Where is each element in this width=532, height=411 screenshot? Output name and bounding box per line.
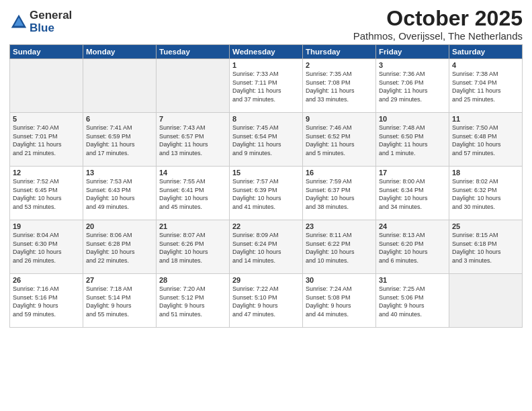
weekday-header-wednesday: Wednesday bbox=[230, 45, 303, 59]
weekday-header-tuesday: Tuesday bbox=[157, 45, 230, 59]
day-info: Sunrise: 7:40 AM Sunset: 7:01 PM Dayligh… bbox=[13, 124, 80, 157]
calendar-cell: 27Sunrise: 7:18 AM Sunset: 5:14 PM Dayli… bbox=[83, 274, 157, 328]
logo-text: General Blue bbox=[30, 9, 72, 34]
day-number: 11 bbox=[452, 115, 519, 123]
page-container: General Blue October 2025 Pathmos, Overi… bbox=[0, 0, 532, 332]
day-info: Sunrise: 8:07 AM Sunset: 6:26 PM Dayligh… bbox=[159, 231, 226, 265]
week-row-3: 12Sunrise: 7:52 AM Sunset: 6:45 PM Dayli… bbox=[10, 167, 523, 220]
day-number: 16 bbox=[306, 169, 373, 177]
day-number: 18 bbox=[452, 169, 519, 177]
day-number: 10 bbox=[379, 115, 446, 123]
location: Pathmos, Overijssel, The Netherlands bbox=[353, 30, 523, 42]
calendar-cell: 31Sunrise: 7:25 AM Sunset: 5:06 PM Dayli… bbox=[376, 274, 449, 328]
day-info: Sunrise: 7:18 AM Sunset: 5:14 PM Dayligh… bbox=[86, 285, 153, 318]
calendar-cell: 1Sunrise: 7:33 AM Sunset: 7:11 PM Daylig… bbox=[230, 59, 303, 113]
calendar-cell: 29Sunrise: 7:22 AM Sunset: 5:10 PM Dayli… bbox=[230, 274, 303, 328]
day-number: 26 bbox=[13, 276, 80, 284]
day-number: 7 bbox=[159, 115, 226, 123]
day-number: 31 bbox=[379, 276, 446, 284]
calendar-cell: 21Sunrise: 8:07 AM Sunset: 6:26 PM Dayli… bbox=[157, 220, 230, 274]
calendar-cell: 16Sunrise: 7:59 AM Sunset: 6:37 PM Dayli… bbox=[303, 167, 376, 220]
calendar-cell: 8Sunrise: 7:45 AM Sunset: 6:54 PM Daylig… bbox=[230, 113, 303, 167]
day-info: Sunrise: 7:36 AM Sunset: 7:06 PM Dayligh… bbox=[379, 70, 446, 103]
calendar-cell: 9Sunrise: 7:46 AM Sunset: 6:52 PM Daylig… bbox=[303, 113, 376, 167]
calendar-cell: 23Sunrise: 8:11 AM Sunset: 6:22 PM Dayli… bbox=[303, 220, 376, 274]
calendar-cell: 6Sunrise: 7:41 AM Sunset: 6:59 PM Daylig… bbox=[83, 113, 157, 167]
day-number: 22 bbox=[232, 222, 300, 230]
day-number: 2 bbox=[306, 61, 373, 69]
day-info: Sunrise: 7:59 AM Sunset: 6:37 PM Dayligh… bbox=[306, 177, 373, 211]
day-info: Sunrise: 8:09 AM Sunset: 6:24 PM Dayligh… bbox=[232, 231, 300, 265]
day-number: 14 bbox=[159, 169, 226, 177]
logo: General Blue bbox=[9, 9, 72, 34]
day-number: 27 bbox=[86, 276, 153, 284]
day-info: Sunrise: 7:57 AM Sunset: 6:39 PM Dayligh… bbox=[232, 177, 300, 211]
day-info: Sunrise: 8:02 AM Sunset: 6:32 PM Dayligh… bbox=[452, 177, 519, 211]
day-number: 25 bbox=[452, 222, 519, 230]
day-info: Sunrise: 7:53 AM Sunset: 6:43 PM Dayligh… bbox=[86, 177, 153, 211]
weekday-header-sunday: Sunday bbox=[10, 45, 83, 59]
day-number: 23 bbox=[306, 222, 373, 230]
calendar-cell: 24Sunrise: 8:13 AM Sunset: 6:20 PM Dayli… bbox=[376, 220, 449, 274]
day-info: Sunrise: 7:20 AM Sunset: 5:12 PM Dayligh… bbox=[159, 285, 226, 318]
day-number: 6 bbox=[86, 115, 153, 123]
day-number: 30 bbox=[306, 276, 373, 284]
day-info: Sunrise: 7:22 AM Sunset: 5:10 PM Dayligh… bbox=[232, 285, 300, 318]
calendar-cell: 11Sunrise: 7:50 AM Sunset: 6:48 PM Dayli… bbox=[449, 113, 523, 167]
weekday-header-row: SundayMondayTuesdayWednesdayThursdayFrid… bbox=[10, 45, 523, 59]
weekday-header-saturday: Saturday bbox=[449, 45, 523, 59]
calendar-cell: 7Sunrise: 7:43 AM Sunset: 6:57 PM Daylig… bbox=[157, 113, 230, 167]
day-info: Sunrise: 7:16 AM Sunset: 5:16 PM Dayligh… bbox=[13, 285, 80, 318]
calendar-cell: 4Sunrise: 7:38 AM Sunset: 7:04 PM Daylig… bbox=[449, 59, 523, 113]
day-info: Sunrise: 7:45 AM Sunset: 6:54 PM Dayligh… bbox=[232, 124, 300, 157]
weekday-header-thursday: Thursday bbox=[303, 45, 376, 59]
day-info: Sunrise: 8:00 AM Sunset: 6:34 PM Dayligh… bbox=[379, 177, 446, 211]
day-info: Sunrise: 7:43 AM Sunset: 6:57 PM Dayligh… bbox=[159, 124, 226, 157]
day-number: 1 bbox=[232, 61, 300, 69]
day-info: Sunrise: 7:33 AM Sunset: 7:11 PM Dayligh… bbox=[232, 70, 300, 103]
day-info: Sunrise: 7:25 AM Sunset: 5:06 PM Dayligh… bbox=[379, 285, 446, 318]
calendar-cell: 15Sunrise: 7:57 AM Sunset: 6:39 PM Dayli… bbox=[230, 167, 303, 220]
day-number: 28 bbox=[159, 276, 226, 284]
calendar-cell: 17Sunrise: 8:00 AM Sunset: 6:34 PM Dayli… bbox=[376, 167, 449, 220]
day-number: 13 bbox=[86, 169, 153, 177]
calendar-cell: 22Sunrise: 8:09 AM Sunset: 6:24 PM Dayli… bbox=[230, 220, 303, 274]
calendar-cell bbox=[83, 59, 157, 113]
day-number: 24 bbox=[379, 222, 446, 230]
logo-icon bbox=[9, 13, 28, 32]
day-info: Sunrise: 8:11 AM Sunset: 6:22 PM Dayligh… bbox=[306, 231, 373, 265]
day-info: Sunrise: 7:46 AM Sunset: 6:52 PM Dayligh… bbox=[306, 124, 373, 157]
day-number: 21 bbox=[159, 222, 226, 230]
logo-general: General bbox=[30, 9, 72, 22]
calendar-cell: 14Sunrise: 7:55 AM Sunset: 6:41 PM Dayli… bbox=[157, 167, 230, 220]
day-number: 19 bbox=[13, 222, 80, 230]
day-info: Sunrise: 8:06 AM Sunset: 6:28 PM Dayligh… bbox=[86, 231, 153, 265]
day-info: Sunrise: 8:13 AM Sunset: 6:20 PM Dayligh… bbox=[379, 231, 446, 265]
day-number: 4 bbox=[452, 61, 519, 69]
day-info: Sunrise: 7:52 AM Sunset: 6:45 PM Dayligh… bbox=[13, 177, 80, 211]
day-info: Sunrise: 7:24 AM Sunset: 5:08 PM Dayligh… bbox=[306, 285, 373, 318]
day-number: 29 bbox=[232, 276, 300, 284]
day-number: 15 bbox=[232, 169, 300, 177]
month-title: October 2025 bbox=[353, 7, 523, 30]
week-row-1: 1Sunrise: 7:33 AM Sunset: 7:11 PM Daylig… bbox=[10, 59, 523, 113]
day-info: Sunrise: 7:50 AM Sunset: 6:48 PM Dayligh… bbox=[452, 124, 519, 157]
calendar-cell: 19Sunrise: 8:04 AM Sunset: 6:30 PM Dayli… bbox=[10, 220, 83, 274]
calendar-cell bbox=[10, 59, 83, 113]
day-number: 8 bbox=[232, 115, 300, 123]
calendar-cell: 2Sunrise: 7:35 AM Sunset: 7:08 PM Daylig… bbox=[303, 59, 376, 113]
weekday-header-monday: Monday bbox=[83, 45, 157, 59]
header: General Blue October 2025 Pathmos, Overi… bbox=[9, 7, 523, 42]
calendar-cell: 18Sunrise: 8:02 AM Sunset: 6:32 PM Dayli… bbox=[449, 167, 523, 220]
calendar-cell: 30Sunrise: 7:24 AM Sunset: 5:08 PM Dayli… bbox=[303, 274, 376, 328]
weekday-header-friday: Friday bbox=[376, 45, 449, 59]
title-block: October 2025 Pathmos, Overijssel, The Ne… bbox=[353, 7, 523, 42]
day-number: 20 bbox=[86, 222, 153, 230]
calendar-cell: 20Sunrise: 8:06 AM Sunset: 6:28 PM Dayli… bbox=[83, 220, 157, 274]
week-row-5: 26Sunrise: 7:16 AM Sunset: 5:16 PM Dayli… bbox=[10, 274, 523, 328]
calendar-cell bbox=[157, 59, 230, 113]
calendar-cell: 26Sunrise: 7:16 AM Sunset: 5:16 PM Dayli… bbox=[10, 274, 83, 328]
calendar-cell: 3Sunrise: 7:36 AM Sunset: 7:06 PM Daylig… bbox=[376, 59, 449, 113]
day-number: 17 bbox=[379, 169, 446, 177]
day-number: 9 bbox=[306, 115, 373, 123]
